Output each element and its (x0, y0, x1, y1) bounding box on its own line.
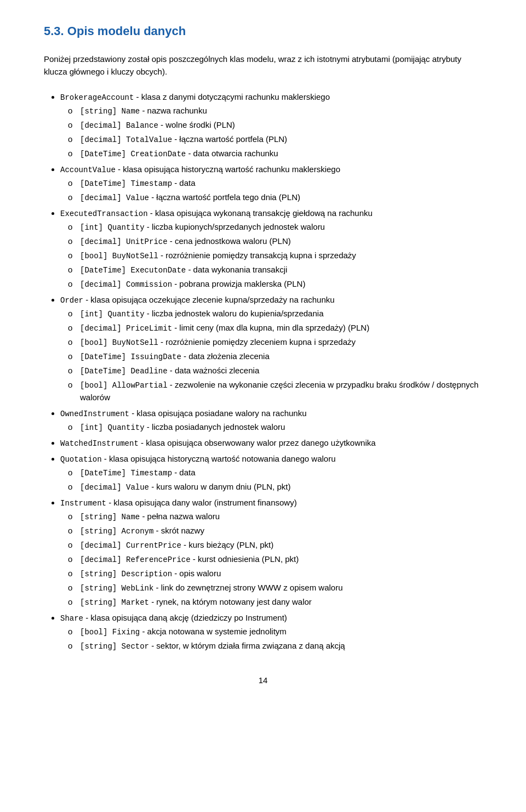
attribute-type: [string] Acronym (80, 527, 153, 536)
attribute-item: [decimal] Value - łączna wartość portfel… (80, 191, 482, 204)
attribute-description: - link do zewnętrznej strony WWW z opise… (153, 583, 342, 592)
attribute-description: - wolne środki (PLN) (158, 120, 235, 129)
attribute-description: - limit ceny (max dla kupna, min dla spr… (172, 323, 369, 332)
attribute-type: [int] Quantity (80, 423, 145, 432)
attribute-type: [decimal] TotalValue (80, 135, 172, 144)
attribute-description: - kurs bieżący (PLN, pkt) (181, 540, 273, 549)
attribute-description: - kurst odniesienia (PLN, pkt) (191, 554, 299, 564)
class-description: - klasa opisująca oczekujące zlecenie ku… (83, 295, 335, 304)
attribute-item: [bool] BuyNotSell - rozróżnienie pomiędz… (80, 336, 482, 349)
attribute-description: - rozróżnienie pomiędzy zleceniem kupna … (158, 337, 356, 347)
page-number: 14 (44, 674, 482, 687)
attribute-description: - data (172, 178, 196, 188)
attribute-type: [DateTime] Deadline (80, 367, 168, 376)
attribute-list-accountvalue: [DateTime] Timestamp - data[decimal] Val… (60, 177, 482, 204)
attribute-type: [bool] Fixing (80, 628, 140, 637)
attribute-type: [bool] BuyNotSell (80, 252, 158, 260)
attribute-item: [bool] BuyNotSell - rozróżnienie pomiędz… (80, 249, 482, 262)
attribute-item: [decimal] Commission - pobrana prowizja … (80, 278, 482, 291)
class-code-name: Instrument (60, 499, 106, 508)
attribute-type: [decimal] Balance (80, 121, 158, 130)
attribute-description: - liczba kupionych/sprzedanych jednostek… (145, 222, 325, 231)
attribute-item: [string] Description - opis waloru (80, 567, 482, 580)
attribute-type: [string] WebLink (80, 584, 153, 593)
section-heading-text: Opis modelu danych (67, 24, 186, 38)
class-code-name: OwnedInstrument (60, 410, 129, 418)
attribute-item: [int] Quantity - liczba jednostek waloru… (80, 308, 482, 320)
class-description: - klasa opisująca historyczną wartość no… (102, 454, 336, 463)
intro-paragraph: Poniżej przedstawiony został opis poszcz… (44, 53, 482, 78)
class-item-ownedinstrument: OwnedInstrument - klasa opisująca posiad… (60, 407, 482, 434)
attribute-item: [int] Quantity - liczba kupionych/sprzed… (80, 221, 482, 234)
class-description: - klasa opisująca obserwowany walor prze… (139, 438, 376, 447)
attribute-description: - data ważności zlecenia (168, 366, 260, 375)
attribute-item: [DateTime] Timestamp - data (80, 467, 482, 479)
section-title: 5.3. Opis modelu danych (44, 22, 482, 40)
attribute-item: [DateTime] Timestamp - data (80, 177, 482, 190)
attribute-type: [decimal] ReferencePrice (80, 555, 191, 564)
class-code-name: Quotation (60, 455, 102, 464)
attribute-type: [string] Sector (80, 642, 149, 651)
attribute-type: [string] Name (80, 107, 140, 116)
attribute-type: [int] Quantity (80, 223, 145, 232)
class-item-executedtransaction: ExecutedTransaction - klasa opisująca wy… (60, 207, 482, 291)
attribute-description: - rozróżnienie pomiędzy transakcją kupna… (158, 251, 356, 260)
class-item-instrument: Instrument - klasa opisująca dany walor … (60, 497, 482, 609)
attribute-item: [DateTime] ExecutonDate - data wykonania… (80, 264, 482, 276)
class-name-quotation: Quotation - klasa opisująca historyczną … (60, 454, 336, 463)
attribute-type: [DateTime] Timestamp (80, 179, 172, 188)
attribute-item: [bool] AllowPartial - zezwolenie na wyko… (80, 379, 482, 404)
class-code-name: AccountValue (60, 166, 116, 174)
class-code-name: BrokerageAccount (60, 93, 134, 102)
attribute-type: [decimal] CurrentPrice (80, 541, 181, 550)
attribute-item: [string] Name - pełna nazwa waloru (80, 510, 482, 523)
attribute-type: [DateTime] Timestamp (80, 469, 172, 478)
attribute-description: - liczba posiadanych jednostek waloru (145, 422, 285, 431)
attribute-description: - liczba jednostek waloru do kupienia/sp… (145, 309, 324, 318)
attribute-description: - data otwarcia rachunku (186, 149, 278, 158)
attribute-item: [decimal] UnitPrice - cena jednostkowa w… (80, 235, 482, 248)
class-code-name: Order (60, 296, 83, 305)
class-list: BrokerageAccount - klasa z danymi dotycz… (44, 91, 482, 652)
attribute-item: [string] Name - nazwa rachunku (80, 105, 482, 117)
attribute-item: [decimal] ReferencePrice - kurst odniesi… (80, 553, 482, 566)
attribute-description: - data (172, 468, 196, 477)
attribute-item: [decimal] TotalValue - łączna wartość po… (80, 133, 482, 146)
attribute-list-quotation: [DateTime] Timestamp - data[decimal] Val… (60, 467, 482, 493)
attribute-item: [DateTime] CreationDate - data otwarcia … (80, 147, 482, 160)
class-code-name: ExecutedTransaction (60, 209, 148, 218)
attribute-description: - akcja notowana w systemie jednolitym (140, 627, 287, 636)
attribute-description: - rynek, na którym notowany jest dany wa… (149, 597, 312, 606)
class-item-brokerageaccount: BrokerageAccount - klasa z danymi dotycz… (60, 91, 482, 160)
attribute-description: - sektor, w którym działa firma związana… (149, 641, 345, 650)
attribute-list-brokerageaccount: [string] Name - nazwa rachunku[decimal] … (60, 105, 482, 160)
attribute-description: - nazwa rachunku (140, 106, 207, 115)
attribute-type: [DateTime] ExecutonDate (80, 266, 186, 275)
class-description: - klasa opisująca wykonaną transakcję gi… (148, 208, 373, 218)
section-number: 5.3. (44, 24, 64, 38)
class-name-instrument: Instrument - klasa opisująca dany walor … (60, 498, 297, 507)
attribute-item: [DateTime] IssuingDate - data złożenia z… (80, 350, 482, 363)
attribute-item: [int] Quantity - liczba posiadanych jedn… (80, 421, 482, 434)
class-name-accountvalue: AccountValue - klasa opisująca historycz… (60, 164, 340, 174)
attribute-item: [decimal] PriceLimit - limit ceny (max d… (80, 322, 482, 334)
attribute-description: - opis waloru (172, 569, 221, 578)
attribute-description: - pobrana prowizja maklerska (PLN) (172, 279, 305, 288)
attribute-description: - kurs waloru w danym dniu (PLN, pkt) (149, 482, 290, 491)
attribute-type: [DateTime] CreationDate (80, 150, 186, 158)
attribute-type: [bool] AllowPartial (80, 381, 168, 390)
class-name-ownedinstrument: OwnedInstrument - klasa opisująca posiad… (60, 408, 307, 418)
attribute-item: [string] Sector - sektor, w którym dział… (80, 640, 482, 652)
class-name-executedtransaction: ExecutedTransaction - klasa opisująca wy… (60, 208, 373, 218)
class-description: - klasa opisująca historyczną wartość ra… (116, 164, 340, 174)
class-code-name: WatchedInstrument (60, 439, 139, 448)
attribute-list-ownedinstrument: [int] Quantity - liczba posiadanych jedn… (60, 421, 482, 434)
attribute-item: [decimal] Balance - wolne środki (PLN) (80, 119, 482, 132)
attribute-type: [decimal] Value (80, 194, 149, 202)
class-description: - klasa opisująca daną akcję (dziedziczy… (83, 613, 287, 622)
attribute-list-order: [int] Quantity - liczba jednostek waloru… (60, 308, 482, 404)
class-item-watchedinstrument: WatchedInstrument - klasa opisująca obse… (60, 437, 482, 450)
class-name-share: Share - klasa opisująca daną akcję (dzie… (60, 613, 287, 622)
class-description: - klasa opisująca posiadane walory na ra… (129, 408, 307, 418)
class-code-name: Share (60, 614, 83, 623)
